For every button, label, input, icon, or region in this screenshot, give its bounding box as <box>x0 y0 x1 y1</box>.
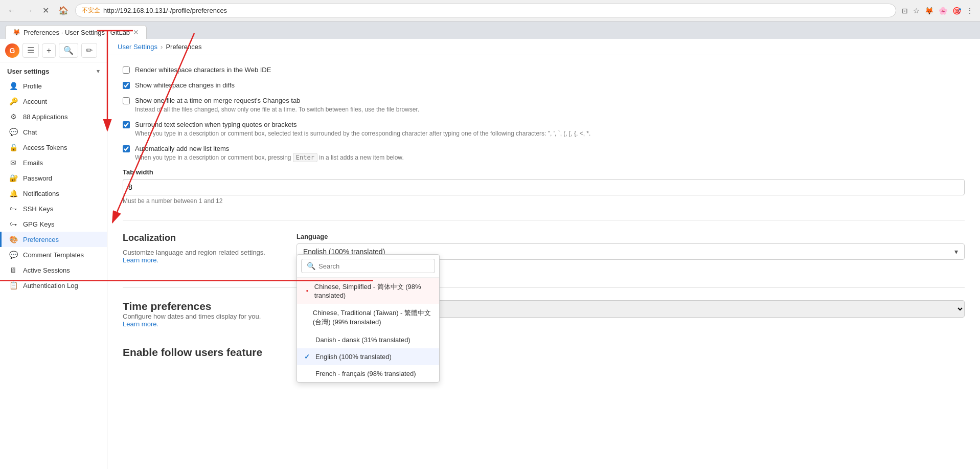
render-whitespace-label[interactable]: Render whitespace characters in the Web … <box>135 66 271 74</box>
checkbox-auto-list: Automatically add new list items When yo… <box>123 144 965 161</box>
sidebar-label-account: Account <box>23 98 47 105</box>
checkbox-one-file: Show one file at a time on merge request… <box>123 96 965 113</box>
chevron-down-icon: ▾ <box>97 68 100 75</box>
render-whitespace-checkbox[interactable] <box>123 66 130 74</box>
language-search-box: 🔍 <box>301 259 435 273</box>
one-file-label[interactable]: Show one file at a time on merge request… <box>135 97 300 104</box>
divider-2 <box>123 287 965 288</box>
active-tab[interactable]: 🦊 Preferences · User Settings · GitLab ✕ <box>5 25 147 39</box>
new-item-button[interactable]: + <box>42 43 56 58</box>
tab-close-button[interactable]: ✕ <box>133 28 139 36</box>
breadcrumb-parent[interactable]: User Settings <box>118 43 157 51</box>
gpg-keys-icon: 🗝 <box>9 220 18 228</box>
bookmark-button[interactable]: ☆ <box>911 5 921 16</box>
localization-desc: Customize language and region related se… <box>123 249 276 264</box>
back-button[interactable]: ← <box>5 5 18 16</box>
authentication-log-icon: 📋 <box>9 281 18 289</box>
sidebar-label-applications: 88 Applications <box>23 113 67 121</box>
sidebar-item-password[interactable]: 🔐Password <box>0 170 107 186</box>
address-bar[interactable]: 不安全 http://192.168.10.131/-/profile/pref… <box>75 4 896 17</box>
home-button[interactable]: 🏠 <box>56 5 71 16</box>
sidebar-item-applications[interactable]: ⚙88 Applications <box>0 109 107 124</box>
tab-width-label: Tab width <box>123 168 965 176</box>
translate-button[interactable]: ⊡ <box>900 5 909 16</box>
language-dropdown: 🔍 ● Chinese, Simplified - 简体中文 (98% tran… <box>297 254 440 383</box>
auto-list-checkbox[interactable] <box>123 145 130 152</box>
lang-item-en[interactable]: ✓ English (100% translated) <box>297 348 439 365</box>
sidebar-item-gpg-keys[interactable]: 🗝GPG Keys <box>0 216 107 232</box>
checkboxes-section: Render whitespace characters in the Web … <box>123 65 965 205</box>
lang-item-da[interactable]: Danish - dansk (31% translated) <box>297 331 439 348</box>
sidebar-item-authentication-log[interactable]: 📋Authentication Log <box>0 278 107 293</box>
user-settings-label: User settings <box>7 68 49 75</box>
preferences-icon: 🎨 <box>9 235 18 243</box>
lang-item-zh-cn[interactable]: ● Chinese, Simplified - 简体中文 (98% transl… <box>297 278 439 304</box>
sidebar-label-access-tokens: Access Tokens <box>23 144 67 151</box>
sidebar-item-comment-templates[interactable]: 💬Comment Templates <box>0 247 107 262</box>
sidebar-label-profile: Profile <box>23 82 42 90</box>
surround-text-sublabel: When you type in a description or commen… <box>135 130 590 137</box>
sidebar-item-chat[interactable]: 💬Chat <box>0 124 107 140</box>
comment-templates-icon: 💬 <box>9 251 18 259</box>
menu-button[interactable]: ⋮ <box>965 5 975 16</box>
lang-item-zh-tw[interactable]: Chinese, Traditional (Taiwan) - 繁體中文 (台灣… <box>297 304 439 331</box>
sidebar-toggle-button[interactable]: ☰ <box>22 43 39 58</box>
one-file-sublabel: Instead of all the files changed, show o… <box>135 106 419 113</box>
sidebar-label-preferences: Preferences <box>23 236 59 243</box>
applications-icon: ⚙ <box>9 113 18 121</box>
sidebar-label-active-sessions: Active Sessions <box>23 266 70 274</box>
checkbox-render-whitespace: Render whitespace characters in the Web … <box>123 65 965 74</box>
user-settings-header[interactable]: User settings ▾ <box>0 62 107 78</box>
auto-list-label[interactable]: Automatically add new list items <box>135 145 229 152</box>
localization-learn-more[interactable]: Learn more. <box>123 256 158 264</box>
reload-button[interactable]: ✕ <box>40 5 52 16</box>
time-pref-learn-more[interactable]: Learn more. <box>123 320 158 328</box>
localization-section: Localization Customize language and regi… <box>123 233 965 275</box>
sidebar-item-emails[interactable]: ✉Emails <box>0 155 107 170</box>
gitlab-logo[interactable]: G <box>5 43 19 58</box>
check-placeholder <box>304 314 309 322</box>
forward-button[interactable]: → <box>22 5 36 16</box>
language-search-input[interactable] <box>318 262 429 270</box>
app-layout: G ☰ + 🔍 ✏ User settings ▾ 👤Profile🔑Accou… <box>0 39 980 469</box>
browser-actions: ⊡ ☆ 🦊 🌸 🎯 ⋮ <box>900 5 975 16</box>
language-label: Language <box>297 233 965 240</box>
extension-btn-3[interactable]: 🎯 <box>951 5 963 16</box>
surround-text-checkbox[interactable] <box>123 121 130 128</box>
emails-icon: ✉ <box>9 159 18 167</box>
tab-width-input[interactable] <box>123 179 965 195</box>
extension-btn-2[interactable]: 🌸 <box>937 5 949 16</box>
chat-icon: 💬 <box>9 128 18 136</box>
tab-width-hint: Must be a number between 1 and 12 <box>123 197 965 205</box>
sidebar-item-active-sessions[interactable]: 🖥Active Sessions <box>0 262 107 278</box>
show-whitespace-checkbox[interactable] <box>123 82 130 89</box>
sidebar-item-notifications[interactable]: 🔔Notifications <box>0 186 107 201</box>
edit-button[interactable]: ✏ <box>81 43 97 58</box>
sidebar-item-access-tokens[interactable]: 🔒Access Tokens <box>0 140 107 155</box>
checkbox-show-whitespace: Show whitespace changes in diffs <box>123 81 965 89</box>
divider-1 <box>123 220 965 220</box>
localization-title: Localization <box>123 233 276 243</box>
sidebar-label-comment-templates: Comment Templates <box>23 251 84 259</box>
follow-users-title: Enable follow users feature <box>123 346 276 359</box>
time-preferences-section: Time preferences Configure how dates and… <box>123 300 965 336</box>
search-button[interactable]: 🔍 <box>59 43 78 58</box>
active-sessions-icon: 🖥 <box>9 266 18 274</box>
sidebar-item-preferences[interactable]: 🎨Preferences <box>0 232 107 247</box>
show-whitespace-label[interactable]: Show whitespace changes in diffs <box>135 81 235 89</box>
lang-item-fr[interactable]: French - français (98% translated) <box>297 365 439 382</box>
sidebar-item-account[interactable]: 🔑Account <box>0 94 107 109</box>
sidebar-item-profile[interactable]: 👤Profile <box>0 78 107 94</box>
access-tokens-icon: 🔒 <box>9 143 18 151</box>
check-icon-en: ✓ <box>304 353 311 361</box>
sidebar-label-authentication-log: Authentication Log <box>23 282 78 289</box>
url-text: http://192.168.10.131/-/profile/preferen… <box>103 7 227 14</box>
sidebar-item-ssh-keys[interactable]: 🗝SSH Keys <box>0 201 107 216</box>
one-file-checkbox[interactable] <box>123 97 130 104</box>
tab-width-group: Tab width Must be a number between 1 and… <box>123 168 965 205</box>
tab-bar: 🦊 Preferences · User Settings · GitLab ✕ <box>0 21 980 39</box>
surround-text-label[interactable]: Surround text selection when typing quot… <box>135 121 297 128</box>
extension-btn-1[interactable]: 🦊 <box>923 5 935 16</box>
localization-right: Language English (100% translated) ▾ 🔍 <box>297 233 965 275</box>
auto-list-sublabel: When you type in a description or commen… <box>135 154 404 161</box>
